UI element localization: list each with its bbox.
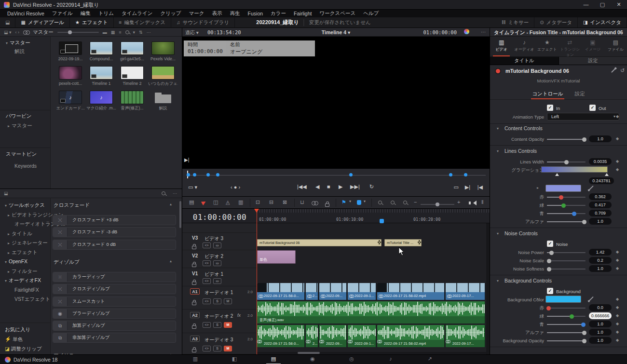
menu-item-8[interactable]: 再生	[227, 10, 244, 17]
eyedropper-icon[interactable]	[588, 297, 594, 302]
expand-icon[interactable]: ▸	[8, 124, 10, 128]
video-clip[interactable]: 2022-09-17 21-58-02.mp4	[377, 283, 445, 300]
scrollbar[interactable]	[179, 201, 181, 228]
value-field[interactable]: 0.0	[589, 304, 612, 311]
timeline-ruler[interactable]: 01:00:00:00 01:00:00:0001:00:10:0001:00:…	[182, 209, 490, 223]
slider-knob[interactable]	[561, 203, 566, 208]
page-media-button[interactable]: ▥	[190, 356, 201, 363]
slider-knob[interactable]	[582, 137, 586, 142]
viewer-scrubber[interactable]: ▶|	[182, 169, 490, 179]
zoom-custom-icon[interactable]	[403, 201, 407, 204]
menu-item-10[interactable]: カラー	[267, 10, 289, 17]
value-field[interactable]: 0.0035	[589, 158, 612, 165]
slider-knob[interactable]	[549, 251, 554, 255]
color-swatch[interactable]	[545, 296, 581, 303]
safe-area-icon[interactable]: ▭ ▾	[188, 184, 197, 190]
effects-options-icon[interactable]: ···	[173, 191, 177, 196]
page-deliver-button[interactable]: ↗	[424, 356, 436, 363]
playhead-cap[interactable]	[254, 209, 259, 213]
slider[interactable]	[547, 260, 586, 261]
toolbar-button-ミキサー[interactable]: ‖‖ミキサー	[496, 17, 534, 27]
link-clips-icon[interactable]	[312, 201, 317, 205]
menu-item-9[interactable]: Fusion	[245, 11, 267, 16]
keyframe-diamond-icon[interactable]: ◆	[616, 167, 619, 172]
page-fairlight-button[interactable]: ♪	[385, 356, 396, 363]
keyframe-diamond-icon[interactable]: ◆	[616, 313, 619, 318]
value-field[interactable]: 0.2	[589, 257, 612, 264]
checkbox-Out[interactable]: ✓	[589, 105, 596, 111]
transition-item[interactable]: ⤬クロスフェード -3 dB	[53, 227, 176, 237]
page-cut-button[interactable]: ◧	[229, 356, 240, 363]
razor-tool-icon[interactable]: ▥	[238, 199, 243, 205]
mixer-toggle-icon[interactable]: ‖	[481, 199, 484, 205]
thumb-size-slider[interactable]	[57, 32, 99, 33]
relink-icon[interactable]	[23, 30, 29, 35]
collapse-icon[interactable]: ▴	[170, 202, 172, 206]
overwrite-clip-icon[interactable]: ⊟	[269, 199, 273, 205]
expand-icon[interactable]: ▸	[8, 251, 10, 255]
section-caret-icon[interactable]: ▾	[497, 231, 499, 236]
audio-monitor-icon[interactable]	[471, 201, 477, 205]
slider[interactable]	[547, 340, 586, 341]
keyframe-diamond-icon[interactable]: ◆	[616, 114, 619, 119]
page-fusion-button[interactable]: ◉	[307, 356, 318, 363]
effects-tree-item-9[interactable]: FairlightFX	[14, 287, 39, 293]
color-swatch[interactable]	[545, 185, 581, 192]
page-color-button[interactable]: ◎	[346, 356, 357, 363]
playhead[interactable]	[257, 209, 257, 354]
keyframe-diamond-icon[interactable]: ◆	[616, 136, 619, 141]
audio-clip-a2[interactable]: 2022-09-17...	[446, 325, 485, 347]
slider[interactable]	[547, 197, 586, 198]
favorite-item-調整クリップ[interactable]: ◪ 調整クリップ	[5, 346, 42, 352]
slider[interactable]	[547, 269, 586, 270]
slider[interactable]	[547, 332, 586, 333]
slider[interactable]	[547, 205, 586, 206]
video-clip[interactable]: 2022-09-17...	[446, 283, 485, 300]
match-frame-icon[interactable]: ▭	[454, 184, 459, 190]
timeline-horizontal-scrollbar[interactable]	[257, 352, 486, 354]
slider[interactable]	[547, 162, 586, 162]
media-clip[interactable]: 2022-09-19...	[55, 41, 85, 61]
transition-group-header-1[interactable]: ディゾルブ▴	[54, 259, 177, 266]
expand-icon[interactable]: ▾	[5, 279, 7, 283]
keyframe-diamond-icon[interactable]: ◆	[616, 305, 619, 310]
sort-icon[interactable]: ⇅	[139, 30, 143, 35]
media-clip[interactable]: 解説	[148, 91, 178, 111]
effects-panel-icon[interactable]: ⬓	[4, 191, 8, 196]
list-view-icon[interactable]: ≡	[119, 30, 121, 35]
media-clip[interactable]: いつものカフェ...	[148, 66, 178, 87]
video-clip[interactable]: 2...	[306, 283, 318, 300]
zoom-full-icon[interactable]	[378, 201, 382, 204]
keyframe-diamond-icon[interactable]: ◆	[616, 258, 619, 262]
slider-knob[interactable]	[570, 314, 574, 319]
effects-tree-item-5[interactable]: ▸エフェクト	[8, 249, 38, 256]
slider[interactable]	[547, 139, 586, 140]
media-clip[interactable]: Timeline 2	[117, 66, 147, 86]
section-caret-icon[interactable]: ▾	[497, 149, 499, 153]
section-caret-icon[interactable]: ▾	[497, 126, 499, 131]
minimize-button[interactable]: —	[578, 0, 594, 9]
bin-list-icon[interactable]: ⬓ ▾	[4, 30, 12, 35]
value-field[interactable]: 0.243781	[589, 177, 614, 184]
slider-knob[interactable]	[581, 323, 586, 327]
transition-item[interactable]: ⧉加算ディゾルブ	[53, 321, 176, 331]
transition-item[interactable]: ◉ブラーディゾルブ	[53, 309, 176, 319]
toolbar-button-インスペクタ[interactable]: ◨インスペクタ	[578, 17, 627, 27]
menu-item-7[interactable]: 表示	[209, 10, 226, 17]
effects-tree-item-4[interactable]: ▸ジェネレーター	[8, 240, 48, 246]
expand-icon[interactable]: ▸	[8, 241, 10, 245]
go-to-start-button[interactable]: |◀◀	[297, 184, 307, 190]
gradient-bar[interactable]	[541, 166, 608, 173]
audio-clip-a1[interactable]: 音声(修正).wav	[257, 301, 485, 324]
toolbar-button-メディアプール[interactable]: ▦メディアプール	[15, 17, 69, 27]
stop-button[interactable]: ■	[327, 184, 330, 189]
transition-item[interactable]: ⤬クロスフェード +3 dB	[53, 215, 176, 225]
section-header-Lines Controls[interactable]: Lines Controls	[504, 148, 537, 154]
scrubber-marker-dot[interactable]	[193, 173, 196, 176]
keyframe-diamond-icon[interactable]: ◆	[616, 330, 619, 334]
expand-icon[interactable]: ▸	[537, 186, 539, 190]
scrubber-marker-dot[interactable]	[206, 173, 210, 176]
expand-icon[interactable]: ▾	[6, 41, 8, 45]
transition-item[interactable]: ⤬クロスフェード 0 dB	[53, 240, 176, 250]
play-reverse-button[interactable]: ◀	[315, 184, 319, 190]
